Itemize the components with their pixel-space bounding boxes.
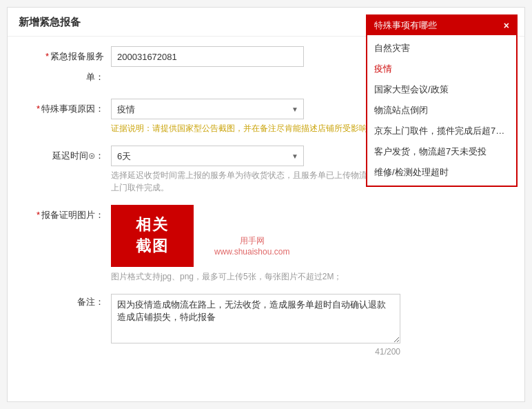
special-select-wrap: 自然灾害 疫情 国家大型会议/政策 物流站点倒闭 京东上门取件，揽件完成后超7天… [111,99,304,119]
dropdown-popup-header: 特殊事项有哪些 × [367,16,516,35]
dropdown-item-3[interactable]: 物流站点倒闭 [367,100,516,121]
dropdown-popup-list: 自然灾害 疫情 国家大型会议/政策 物流站点倒闭 京东上门取件，揽件完成后超7天… [367,35,516,186]
image-text-line2: 截图 [136,236,169,257]
required-star2: * [37,103,40,114]
notes-content: 因为疫情造成物流在路上，无法收货，造成服务单超时自动确认退款造成店铺损失，特此报… [111,294,504,357]
dropdown-item-5[interactable]: 客户发货，物流超7天未受投 [367,141,516,162]
delay-time-select[interactable]: 1天 2天 3天 4天 5天 6天 7天 [111,146,304,166]
dropdown-item-4[interactable]: 京东上门取件，揽件完成后超7天未受投 [367,121,516,141]
service-order-label: *紧急报备服务单： [28,46,111,88]
dropdown-popup-close-button[interactable]: × [504,21,509,30]
delay-time-hint: 选择延迟收货时间需上报的服务单为待收货状态，且服务单已上传物流信息或者上门取件完… [111,169,400,194]
image-text-line1: 相关 [136,215,169,236]
dropdown-item-0[interactable]: 自然灾害 [367,38,516,59]
notes-label: 备注： [28,294,111,310]
required-star3: * [37,210,40,220]
notes-row: 备注： 因为疫情造成物流在路上，无法收货，造成服务单超时自动确认退款造成店铺损失… [28,294,504,357]
image-label: *报备证明图片： [28,205,111,226]
image-content: 相关 截图 图片格式支持jpg、png，最多可上传5张，每张图片不超过2M； [111,205,504,283]
dropdown-item-1[interactable]: 疫情 [367,59,516,79]
delay-time-label: 延迟时间⊙： [28,146,111,166]
notes-count: 41/200 [111,347,400,357]
dropdown-item-2[interactable]: 国家大型会议/政策 [367,79,516,100]
required-star: * [45,51,49,61]
delay-select-wrap: 1天 2天 3天 4天 5天 6天 7天 ▼ [111,146,304,166]
image-hint: 图片格式支持jpg、png，最多可上传5张，每张图片不超过2M； [111,271,504,283]
dropdown-popup-title: 特殊事项有哪些 [374,19,437,32]
dropdown-item-6[interactable]: 维修/检测处理超时 [367,162,516,183]
notes-textarea[interactable]: 因为疫情造成物流在路上，无法收货，造成服务单超时自动确认退款造成店铺损失，特此报… [111,294,400,343]
image-upload-box[interactable]: 相关 截图 [111,205,194,267]
service-order-input[interactable] [111,46,304,67]
special-item-select[interactable]: 自然灾害 疫情 国家大型会议/政策 物流站点倒闭 京东上门取件，揽件完成后超7天… [111,99,304,119]
image-upload-row: *报备证明图片： 相关 截图 图片格式支持jpg、png，最多可上传5张，每张图… [28,205,504,283]
main-container: 新增紧急报备 *紧急报备服务单： *特殊事项原因： 自然灾害 疫情 国家 [7,7,525,402]
special-item-label: *特殊事项原因： [28,99,111,119]
dropdown-popup: 特殊事项有哪些 × 自然灾害 疫情 国家大型会议/政策 物流站点倒闭 京东上门取… [366,14,518,187]
